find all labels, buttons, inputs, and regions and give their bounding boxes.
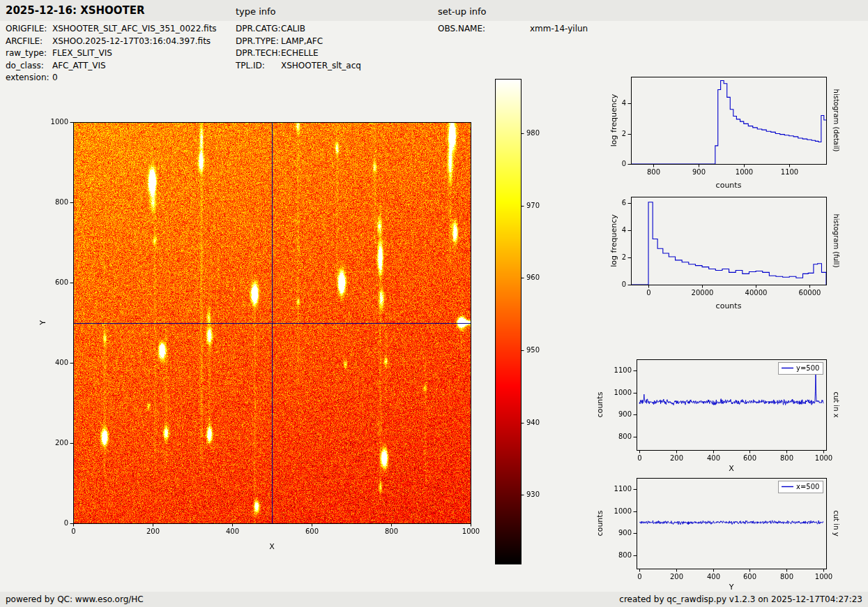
meta-value: XSHOOTER_SLT_AFC_VIS_351_0022.fits [52, 24, 217, 33]
meta-label: DPR.TECH: [236, 47, 281, 60]
colorbar [488, 73, 565, 572]
setup-info-block: OBS.NAME:xmm-14-yilun [438, 23, 588, 36]
meta-row-dprtype: DPR.TYPE:LAMP,AFC [236, 36, 361, 48]
meta-label: DPR.TYPE: [236, 36, 281, 48]
meta-label: TPL.ID: [236, 60, 281, 73]
meta-label: DPR.CATG: [236, 23, 281, 36]
meta-value: CALIB [281, 24, 305, 33]
meta-row-origfile: ORIGFILE:XSHOOTER_SLT_AFC_VIS_351_0022.f… [6, 23, 217, 36]
meta-value: AFC_ATT_VIS [52, 61, 106, 70]
meta-label: OBS.NAME: [438, 23, 530, 36]
meta-row-dprcatg: DPR.CATG:CALIB [236, 23, 361, 36]
file-info-block: ORIGFILE:XSHOOTER_SLT_AFC_VIS_351_0022.f… [6, 23, 217, 84]
meta-label: raw_type: [6, 47, 52, 60]
meta-value: XSHOOTER_slt_acq [281, 61, 361, 70]
meta-value: 0 [52, 73, 58, 82]
footer-left-text: powered by QC: www.eso.org/HC [6, 594, 144, 604]
meta-row-obsname: OBS.NAME:xmm-14-yilun [438, 23, 588, 36]
type-info-heading: type info [236, 6, 276, 17]
cut-in-y-plot [589, 464, 868, 593]
setup-info-heading: set-up info [438, 6, 487, 17]
meta-row-tplid: TPL.ID:XSHOOTER_slt_acq [236, 60, 361, 73]
meta-value: LAMP,AFC [281, 36, 323, 46]
meta-row-rawtype: raw_type:FLEX_SLIT_VIS [6, 47, 217, 60]
meta-label: do_class: [6, 60, 52, 73]
meta-row-arcfile: ARCFILE:XSHOO.2025-12-17T03:16:04.397.fi… [6, 36, 217, 48]
footer-bar: powered by QC: www.eso.org/HC created by… [0, 592, 868, 607]
histogram-full-plot [589, 185, 868, 314]
meta-label: ORIGFILE: [6, 23, 52, 36]
histogram-detail-plot [589, 66, 868, 192]
raw-image-plot [31, 105, 492, 558]
meta-row-extension: extension:0 [6, 72, 217, 84]
meta-value: ECHELLE [281, 48, 319, 58]
footer-right-text: created by qc_rawdisp.py v1.2.3 on 2025-… [619, 594, 862, 604]
page-title: 2025-12-16: XSHOOTER [6, 4, 145, 17]
meta-value: xmm-14-yilun [530, 24, 588, 33]
qc-report-page: 2025-12-16: XSHOOTER type info set-up in… [0, 0, 868, 607]
type-info-block: DPR.CATG:CALIB DPR.TYPE:LAMP,AFC DPR.TEC… [236, 23, 361, 72]
meta-label: ARCFILE: [6, 36, 52, 48]
meta-value: XSHOO.2025-12-17T03:16:04.397.fits [52, 36, 211, 46]
meta-label: extension: [6, 72, 52, 84]
meta-row-dprtech: DPR.TECH:ECHELLE [236, 47, 361, 60]
meta-row-doclass: do_class:AFC_ATT_VIS [6, 60, 217, 73]
cut-in-x-plot [589, 345, 868, 478]
meta-value: FLEX_SLIT_VIS [52, 48, 112, 58]
header-bar: 2025-12-16: XSHOOTER type info set-up in… [0, 0, 868, 21]
